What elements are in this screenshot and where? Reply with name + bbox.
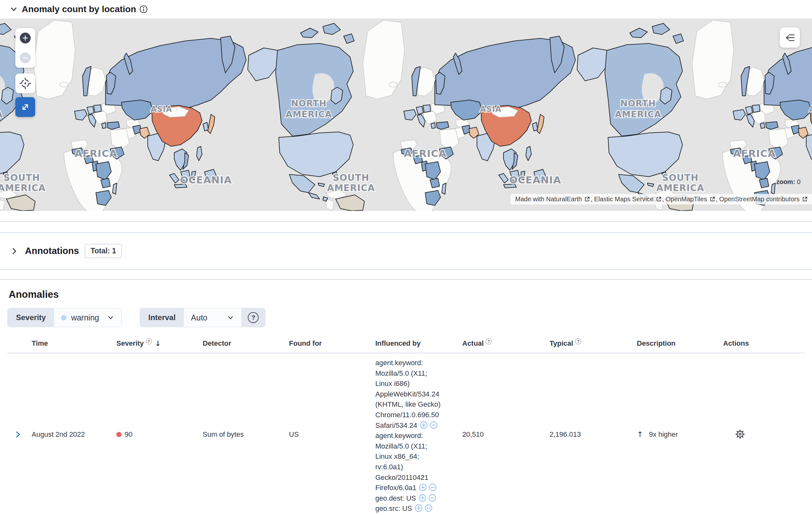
chevron-down-icon <box>227 314 234 322</box>
header-influenced-by: Influenced by <box>371 335 458 353</box>
interval-filter-group: Interval Auto ? <box>140 308 265 327</box>
info-icon[interactable] <box>139 5 148 13</box>
severity-critical-dot <box>116 432 121 437</box>
influencer-line: rv:6.0a1) <box>375 462 455 473</box>
cell-description: ↑ 9x higher <box>632 430 719 439</box>
filter-out-value-button[interactable] <box>429 483 437 491</box>
filter-for-value-button[interactable] <box>415 504 423 512</box>
external-link-icon <box>802 196 808 202</box>
attribution-ems-link[interactable]: , Elastic Maps Service <box>590 195 662 203</box>
anomalies-filters: Severity warning Interval Auto <box>7 308 805 327</box>
interval-value: Auto <box>191 313 207 322</box>
header-time[interactable]: Time <box>27 335 112 353</box>
table-body: August 2nd 2022 90 Sum of bytes US agent… <box>7 353 805 515</box>
anomalies-section: Anomalies Severity warning Interval Auto <box>0 289 812 515</box>
header-actions: Actions <box>719 335 805 353</box>
filter-for-value-button[interactable] <box>418 494 427 502</box>
attribution-openmaptiles-link[interactable]: , OpenMapTiles <box>662 195 716 203</box>
zoom-in-button[interactable] <box>20 33 31 43</box>
gear-icon <box>735 429 746 440</box>
cell-actions <box>719 429 805 441</box>
question-circle-icon: ? <box>486 338 492 344</box>
map-zoom-controls <box>16 28 35 68</box>
header-typical: Typical ? <box>545 335 632 353</box>
map-panel-header: Anomaly count by location <box>0 0 812 19</box>
cell-severity: 90 <box>112 430 198 438</box>
arrow-up-icon: ↑ <box>637 430 643 439</box>
influencer-line: agent.keyword: <box>375 358 455 368</box>
description-text: 9x higher <box>649 430 678 438</box>
filter-out-value-button[interactable] <box>425 504 433 512</box>
filter-for-value-button[interactable] <box>420 421 428 429</box>
attribution-naturalearth-link[interactable]: Made with NaturalEarth <box>515 195 590 203</box>
crosshair-icon <box>19 77 32 90</box>
header-severity[interactable]: Severity ? ↓ <box>112 335 198 353</box>
anomalies-title: Anomalies <box>9 289 803 300</box>
maximize-map-button[interactable] <box>16 97 35 117</box>
external-link-icon <box>710 196 715 202</box>
question-circle-icon: ? <box>575 338 581 344</box>
influencer-line: AppleWebKit/534.24 <box>375 389 455 400</box>
divider <box>0 279 812 280</box>
influencer-line: Safari/534.24 <box>375 420 455 431</box>
fit-to-data-button[interactable] <box>16 73 35 93</box>
expand-icon <box>20 101 31 113</box>
interval-select[interactable]: Auto <box>184 308 241 327</box>
interval-filter-label: Interval <box>140 308 184 327</box>
influencer-line: Mozilla/5.0 (X11; <box>375 441 455 452</box>
annotations-title: Annotations <box>25 246 79 256</box>
cell-detector: Sum of bytes <box>198 430 285 438</box>
severity-filter-label: Severity <box>8 308 54 327</box>
question-circle-icon: ? <box>146 338 152 344</box>
header-found-for: Found for <box>285 335 371 353</box>
influencer-line: Mozilla/5.0 (X11; <box>375 368 455 379</box>
cell-actual: 20,510 <box>458 430 545 438</box>
row-expander-button[interactable] <box>7 430 27 439</box>
filter-out-value-button[interactable] <box>428 494 436 502</box>
influencer-line: agent.keyword: <box>375 431 455 441</box>
header-detector: Detector <box>198 335 285 353</box>
filter-out-value-button[interactable] <box>430 421 438 429</box>
cell-typical: 2,196.013 <box>545 430 632 438</box>
annotations-total-badge: Total: 1 <box>85 244 122 258</box>
world-choropleth-map: ASIA NORTH AMERICA AFRICA OCEANIA SOUTH … <box>0 19 812 211</box>
influencer-line: (KHTML, like Gecko) <box>375 399 455 410</box>
collapse-legend-icon <box>784 31 796 44</box>
chevron-down-icon <box>9 4 19 14</box>
interval-help-button[interactable]: ? <box>241 308 265 327</box>
header-expander-col <box>7 335 27 353</box>
influencer-line: Gecko/20110421 <box>375 473 455 483</box>
severity-warning-dot <box>61 315 66 321</box>
minus-icon <box>22 55 28 61</box>
influencer-line: geo.src: US <box>375 504 455 514</box>
attribution-osm-link[interactable]: , OpenStreetMap contributors <box>716 195 808 203</box>
sort-descending-icon: ↓ <box>155 340 161 347</box>
header-actual: Actual ? <box>458 335 545 353</box>
zoom-level-label: zoom: <box>776 178 795 185</box>
filter-for-value-button[interactable] <box>419 483 427 491</box>
cell-found-for: US <box>285 430 371 438</box>
influencer-line: geo.dest: US <box>375 493 455 504</box>
collapse-legend-button[interactable] <box>780 28 800 48</box>
map-attribution: Made with NaturalEarth , Elastic Maps Se… <box>511 194 812 205</box>
ml-anomaly-explorer-page: Anomaly count by location <box>0 0 812 515</box>
external-link-icon <box>584 196 590 202</box>
zoom-out-button[interactable] <box>20 52 31 63</box>
plus-icon <box>22 35 28 41</box>
influencer-line: Firefox/6.0a1 <box>375 483 455 493</box>
external-link-icon <box>656 196 661 202</box>
table-row: August 2nd 2022 90 Sum of bytes US agent… <box>7 353 805 515</box>
influencer-line: Linux i686) <box>375 378 455 389</box>
spacer <box>0 211 812 221</box>
row-actions-button[interactable] <box>735 429 746 441</box>
severity-filter-select[interactable]: warning <box>54 308 121 327</box>
spacer <box>0 222 812 232</box>
anomaly-map-canvas[interactable]: ASIA NORTH AMERICA AFRICA OCEANIA SOUTH … <box>0 19 812 211</box>
zoom-level-value: 0 <box>797 178 801 185</box>
chevron-right-icon <box>9 246 19 256</box>
chevron-down-icon <box>107 314 114 322</box>
severity-filter-value: warning <box>71 313 99 322</box>
collapse-map-section-button[interactable] <box>9 4 19 14</box>
annotations-accordion-toggle[interactable]: Annotations Total: 1 <box>0 233 812 269</box>
table-header-row: Time Severity ? ↓ Detector Found for Inf… <box>7 335 805 353</box>
